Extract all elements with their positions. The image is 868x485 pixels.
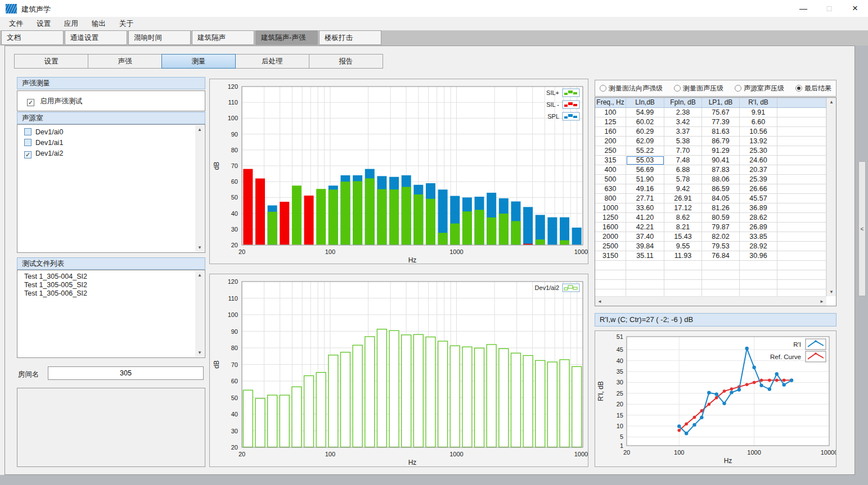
- table-cell[interactable]: 11.93: [664, 251, 702, 261]
- enable-si-checkbox-icon[interactable]: ✓: [27, 99, 34, 106]
- table-cell[interactable]: 8.21: [664, 223, 702, 232]
- table-cell[interactable]: 79.87: [702, 223, 740, 232]
- table-cell[interactable]: 80.59: [702, 213, 740, 223]
- table-cell[interactable]: [777, 146, 826, 156]
- enable-si-row[interactable]: ✓ 启用声强测试: [17, 91, 205, 106]
- table-cell[interactable]: 55.22: [626, 146, 664, 156]
- file-list-scrollbar[interactable]: ▲ ▼: [195, 271, 204, 357]
- table-cell[interactable]: 1250: [595, 213, 626, 223]
- test-file-item[interactable]: Test 1_305-005_SI2: [17, 281, 205, 289]
- table-row[interactable]: 40056.696.8887.8320.37: [595, 165, 826, 175]
- table-cell[interactable]: 28.62: [740, 213, 777, 223]
- table-cell[interactable]: 54.99: [626, 108, 664, 117]
- table-cell[interactable]: 2000: [595, 232, 626, 242]
- table-cell[interactable]: [777, 242, 826, 251]
- table-cell[interactable]: 42.21: [626, 223, 664, 232]
- table-cell[interactable]: [777, 137, 826, 146]
- table-cell[interactable]: 160: [595, 127, 626, 137]
- scroll-up-icon[interactable]: ▲: [829, 98, 834, 106]
- table-cell[interactable]: 35.11: [626, 251, 664, 261]
- table-cell[interactable]: [777, 184, 826, 194]
- table-cell[interactable]: 75.67: [702, 108, 740, 117]
- table-cell[interactable]: 25.30: [740, 146, 777, 156]
- close-button[interactable]: ×: [842, 0, 868, 17]
- table-cell[interactable]: 25.39: [740, 175, 777, 184]
- table-cell[interactable]: [777, 175, 826, 184]
- table-cell[interactable]: 9.91: [740, 108, 777, 117]
- table-cell[interactable]: 79.53: [702, 242, 740, 251]
- table-cell[interactable]: 90.41: [702, 156, 740, 165]
- table-cell[interactable]: 26.91: [664, 194, 702, 203]
- table-cell[interactable]: 56.69: [626, 165, 664, 175]
- table-cell[interactable]: 8.62: [664, 213, 702, 223]
- menu-item-2[interactable]: 设置: [30, 17, 57, 31]
- table-cell[interactable]: 630: [595, 184, 626, 194]
- scroll-up-icon[interactable]: ▲: [197, 125, 202, 134]
- scroll-left-icon[interactable]: ◄: [597, 297, 602, 306]
- table-cell[interactable]: 86.59: [702, 184, 740, 194]
- checkbox-checked-icon[interactable]: ✓: [24, 151, 32, 158]
- table-cell[interactable]: 26.89: [740, 223, 777, 232]
- menu-item-5[interactable]: 关于: [113, 17, 140, 31]
- table-cell[interactable]: 60.29: [626, 127, 664, 137]
- channel-item[interactable]: Dev1/ai1: [17, 138, 205, 148]
- main-tab-4[interactable]: 建筑隔声: [192, 30, 254, 45]
- scroll-down-icon[interactable]: ▼: [829, 288, 834, 296]
- table-cell[interactable]: [777, 213, 826, 223]
- minimize-button[interactable]: —: [790, 0, 816, 17]
- main-tab-2[interactable]: 通道设置: [65, 30, 127, 45]
- table-cell[interactable]: 5.38: [664, 137, 702, 146]
- table-row[interactable]: 12560.023.4277.396.60: [595, 117, 826, 127]
- table-cell[interactable]: 17.12: [664, 203, 702, 213]
- room-name-input[interactable]: [48, 366, 204, 380]
- table-cell[interactable]: 500: [595, 175, 626, 184]
- table-cell[interactable]: 49.16: [626, 184, 664, 194]
- main-tab-3[interactable]: 混响时间: [128, 30, 191, 45]
- table-cell[interactable]: 3150: [595, 251, 626, 261]
- table-cell[interactable]: 7.70: [664, 146, 702, 156]
- sub-tab-2[interactable]: 声强: [88, 54, 162, 69]
- table-cell[interactable]: 81.26: [702, 203, 740, 213]
- test-file-item[interactable]: Test 1_305-006_SI2: [17, 289, 205, 298]
- table-cell[interactable]: 20.37: [740, 165, 777, 175]
- checkbox-icon[interactable]: [24, 139, 32, 146]
- table-cell[interactable]: [777, 194, 826, 203]
- table-cell[interactable]: 39.84: [626, 242, 664, 251]
- table-cell[interactable]: [777, 251, 826, 261]
- table-cell[interactable]: 87.83: [702, 165, 740, 175]
- table-row[interactable]: 25055.227.7091.2925.30: [595, 146, 826, 156]
- table-cell[interactable]: 800: [595, 194, 626, 203]
- table-cell[interactable]: 2500: [595, 242, 626, 251]
- table-cell[interactable]: 9.42: [664, 184, 702, 194]
- sub-tab-1[interactable]: 设置: [14, 54, 88, 69]
- table-row[interactable]: 63049.169.4286.5926.66: [595, 184, 826, 194]
- table-cell[interactable]: 86.79: [702, 137, 740, 146]
- scroll-up-icon[interactable]: ▲: [197, 271, 202, 279]
- table-cell[interactable]: 3.37: [664, 127, 702, 137]
- menu-item-4[interactable]: 输出: [85, 17, 113, 31]
- table-cell[interactable]: 7.48: [664, 156, 702, 165]
- radio-option-3[interactable]: 声源室声压级: [735, 84, 784, 93]
- table-row[interactable]: 100033.6017.1281.2636.89: [595, 203, 826, 213]
- table-cell[interactable]: 10.56: [740, 127, 777, 137]
- checkbox-icon[interactable]: [24, 128, 32, 135]
- table-row[interactable]: 20062.095.3886.7913.92: [595, 137, 826, 146]
- scroll-down-icon[interactable]: ▼: [197, 348, 202, 357]
- table-cell[interactable]: 15.43: [664, 232, 702, 242]
- table-row[interactable]: 315035.1111.9376.8430.96: [595, 251, 826, 261]
- maximize-button[interactable]: □: [816, 0, 842, 17]
- table-cell[interactable]: 37.40: [626, 232, 664, 242]
- table-cell[interactable]: [777, 165, 826, 175]
- menu-item-1[interactable]: 文件: [2, 17, 30, 31]
- main-tab-6[interactable]: 楼板打击: [319, 30, 381, 45]
- main-tab-5[interactable]: 建筑隔声-声强: [255, 30, 318, 45]
- table-vertical-scrollbar[interactable]: ▲ ▼: [826, 98, 836, 296]
- channel-item[interactable]: Dev1/ai0: [17, 127, 205, 138]
- radio-option-1[interactable]: 测量面法向声强级: [600, 84, 663, 93]
- table-row[interactable]: 50051.905.7888.0625.39: [595, 175, 826, 184]
- test-file-item[interactable]: Test 1_305-004_SI2: [17, 273, 205, 281]
- table-cell[interactable]: 60.02: [626, 117, 664, 127]
- table-cell[interactable]: 26.66: [740, 184, 777, 194]
- table-cell[interactable]: 55.03: [626, 156, 664, 165]
- table-cell[interactable]: [777, 117, 826, 127]
